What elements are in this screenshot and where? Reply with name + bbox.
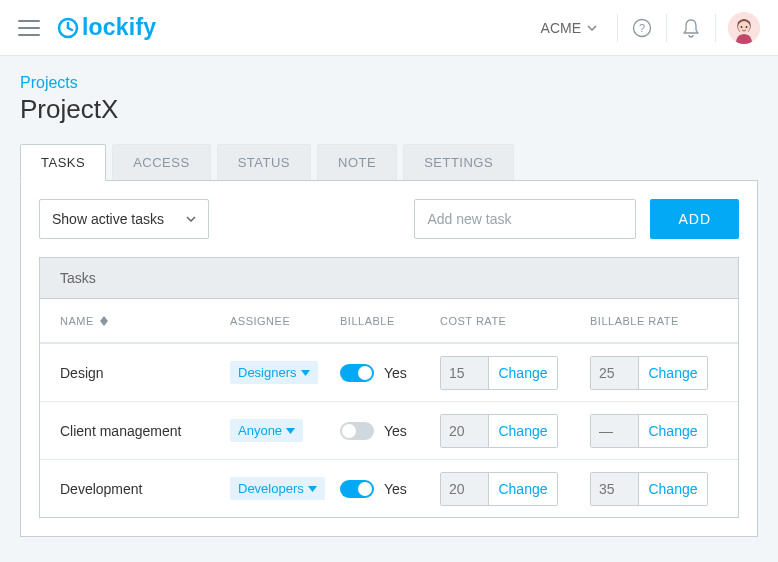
change-billable-rate-button[interactable]: Change xyxy=(639,473,707,505)
col-cost-rate: COST RATE xyxy=(440,315,590,327)
hamburger-menu-button[interactable] xyxy=(18,17,40,39)
svg-point-7 xyxy=(741,26,743,28)
filter-selected: Show active tasks xyxy=(52,211,164,227)
avatar[interactable] xyxy=(728,12,760,44)
breadcrumb[interactable]: Projects xyxy=(20,74,758,92)
cost-rate-field: 15 Change xyxy=(440,356,558,390)
chevron-down-icon xyxy=(286,428,295,434)
page-title: ProjectX xyxy=(20,94,758,125)
workspace-selector[interactable]: ACME xyxy=(537,16,601,40)
col-billable: BILLABLE xyxy=(340,315,440,327)
assignee-label: Designers xyxy=(238,365,297,380)
billable-rate-value: 35 xyxy=(591,473,639,505)
topbar: lockify ACME ? xyxy=(0,0,778,56)
task-name[interactable]: Design xyxy=(60,365,230,381)
billable-label: Yes xyxy=(384,365,407,381)
billable-toggle[interactable] xyxy=(340,422,374,440)
table-row: Client management Anyone Yes 20 Change xyxy=(40,401,738,459)
tasks-table: Tasks NAME ASSIGNEE BILLABLE COST RATE B… xyxy=(39,257,739,518)
tab-access[interactable]: ACCESS xyxy=(112,144,210,181)
change-billable-rate-button[interactable]: Change xyxy=(639,415,707,447)
add-task-button[interactable]: ADD xyxy=(650,199,739,239)
chevron-down-icon xyxy=(301,370,310,376)
tab-status[interactable]: STATUS xyxy=(217,144,311,181)
tabs: TASKS ACCESS STATUS NOTE SETTINGS xyxy=(20,143,758,180)
logo-text: lockify xyxy=(82,14,156,41)
clock-icon xyxy=(56,16,80,40)
table-row: Development Developers Yes 20 Change xyxy=(40,459,738,517)
change-cost-rate-button[interactable]: Change xyxy=(489,473,557,505)
bell-icon xyxy=(682,18,700,38)
col-name-label: NAME xyxy=(60,315,94,327)
assignee-selector[interactable]: Anyone xyxy=(230,419,303,442)
task-name[interactable]: Development xyxy=(60,481,230,497)
billable-rate-field: 35 Change xyxy=(590,472,708,506)
change-billable-rate-button[interactable]: Change xyxy=(639,357,707,389)
billable-toggle[interactable] xyxy=(340,480,374,498)
tab-tasks[interactable]: TASKS xyxy=(20,144,106,181)
assignee-selector[interactable]: Developers xyxy=(230,477,325,500)
billable-label: Yes xyxy=(384,481,407,497)
chevron-down-icon xyxy=(587,25,597,31)
chevron-down-icon xyxy=(308,486,317,492)
billable-rate-field: — Change xyxy=(590,414,708,448)
logo[interactable]: lockify xyxy=(56,14,156,41)
assignee-label: Anyone xyxy=(238,423,282,438)
divider xyxy=(666,14,667,42)
assignee-selector[interactable]: Designers xyxy=(230,361,318,384)
billable-toggle[interactable] xyxy=(340,364,374,382)
change-cost-rate-button[interactable]: Change xyxy=(489,357,557,389)
notifications-button[interactable] xyxy=(671,8,711,48)
col-billable-rate: BILLABLE RATE xyxy=(590,315,740,327)
table-header: NAME ASSIGNEE BILLABLE COST RATE BILLABL… xyxy=(40,299,738,343)
billable-rate-value: 25 xyxy=(591,357,639,389)
workspace-name: ACME xyxy=(541,20,581,36)
cost-rate-value: 20 xyxy=(441,473,489,505)
avatar-image xyxy=(728,12,760,44)
cost-rate-value: 15 xyxy=(441,357,489,389)
chevron-down-icon xyxy=(186,216,196,222)
billable-label: Yes xyxy=(384,423,407,439)
svg-line-2 xyxy=(68,28,72,30)
sort-icon xyxy=(100,316,108,326)
add-task-input[interactable] xyxy=(414,199,636,239)
tab-settings[interactable]: SETTINGS xyxy=(403,144,514,181)
col-name[interactable]: NAME xyxy=(60,315,230,327)
svg-point-8 xyxy=(746,26,748,28)
tab-note[interactable]: NOTE xyxy=(317,144,397,181)
divider xyxy=(617,14,618,42)
cost-rate-field: 20 Change xyxy=(440,472,558,506)
assignee-label: Developers xyxy=(238,481,304,496)
task-name[interactable]: Client management xyxy=(60,423,230,439)
billable-rate-field: 25 Change xyxy=(590,356,708,390)
help-button[interactable]: ? xyxy=(622,8,662,48)
cost-rate-value: 20 xyxy=(441,415,489,447)
divider xyxy=(715,14,716,42)
svg-text:?: ? xyxy=(639,22,645,34)
help-icon: ? xyxy=(632,18,652,38)
change-cost-rate-button[interactable]: Change xyxy=(489,415,557,447)
tab-panel: Show active tasks ADD Tasks NAME xyxy=(20,180,758,537)
toolbar: Show active tasks ADD xyxy=(39,199,739,239)
cost-rate-field: 20 Change xyxy=(440,414,558,448)
filter-select[interactable]: Show active tasks xyxy=(39,199,209,239)
table-row: Design Designers Yes 15 Change xyxy=(40,343,738,401)
table-caption: Tasks xyxy=(40,258,738,299)
billable-rate-value: — xyxy=(591,415,639,447)
col-assignee: ASSIGNEE xyxy=(230,315,340,327)
page: Projects ProjectX TASKS ACCESS STATUS NO… xyxy=(0,56,778,557)
